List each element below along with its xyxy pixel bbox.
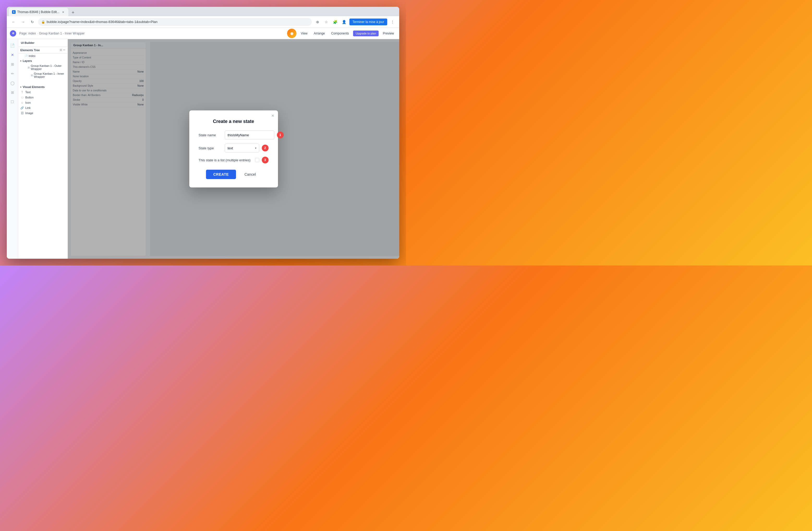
tab-close-button[interactable]: ✕ <box>61 10 65 14</box>
tab-favicon: b <box>12 10 16 14</box>
sidebar-icons: 📄 ✕ ⊞ ✏ ◯ ⊞ ☐ <box>7 39 18 259</box>
tree-section-layers[interactable]: ▸ Layers <box>18 58 68 64</box>
arrow-icon: ▸ <box>20 59 21 62</box>
menu-icon[interactable]: ⋮ <box>389 18 396 26</box>
arrange-link[interactable]: Arrange <box>311 30 327 36</box>
breadcrumb: Page: index › Group Kanban 1 - Inner Wra… <box>19 32 85 35</box>
state-name-input[interactable] <box>225 130 274 139</box>
state-type-label: State type <box>199 146 222 150</box>
edit-icon[interactable]: ✏ <box>63 48 66 52</box>
visual-item-button[interactable]: ⬭ Button <box>18 95 68 100</box>
bubble-logo-button[interactable]: ◉ <box>287 29 296 38</box>
visual-item-icon[interactable]: ☺ Icon <box>18 100 68 105</box>
state-name-row: State name 1 <box>199 130 269 139</box>
expand-icon[interactable]: ⊞ <box>60 48 62 52</box>
modal-actions: CREATE Cancel <box>199 170 269 179</box>
page-label: Page: index <box>19 32 36 35</box>
sidebar-icon-ui[interactable]: ✕ <box>8 51 17 59</box>
app-area: ⚙ Page: index › Group Kanban 1 - Inner W… <box>7 28 399 259</box>
app-body: 📄 ✕ ⊞ ✏ ◯ ⊞ ☐ UI Builder Elements Tree ⊞… <box>7 39 399 259</box>
url-bar[interactable]: 🔒 bubble.io/page?name=index&id=thomas-83… <box>38 18 312 26</box>
visual-item-text[interactable]: T Text <box>18 89 68 95</box>
profile-icon[interactable]: 👤 <box>340 18 348 26</box>
elements-tree-label: Elements Tree <box>20 48 40 52</box>
modal-title: Create a new state <box>199 119 269 124</box>
tab-title: Thomas-83646 | Bubble Edit... <box>17 10 59 14</box>
create-button[interactable]: CREATE <box>206 170 236 179</box>
ui-builder-label: UI Builder <box>21 41 34 44</box>
preview-link[interactable]: Preview <box>381 30 396 36</box>
modal-close-button[interactable]: × <box>272 113 274 118</box>
tree-item-index[interactable]: 📄 index <box>18 54 68 58</box>
star-icon[interactable]: ☆ <box>323 18 330 26</box>
sidebar-icon-box[interactable]: ☐ <box>8 98 17 106</box>
canvas-area: Group Kanban 1 - In... Appearance Type o… <box>68 39 399 259</box>
address-bar: ← → ↻ 🔒 bubble.io/page?name=index&id=tho… <box>7 16 399 28</box>
sidebar-icon-page[interactable]: 📄 <box>8 41 17 50</box>
button-icon: ⬭ <box>20 96 24 99</box>
text-type-icon: T <box>20 90 24 94</box>
topbar-actions: ◉ View Arrange Components Upgrade to pla… <box>287 29 396 38</box>
tree-item-inner[interactable]: ⊞ Group Kanban 1 - Inner Wrapper <box>18 71 68 79</box>
state-name-label: State name <box>199 133 222 137</box>
lock-icon: 🔒 <box>41 20 45 24</box>
address-actions: ⊕ ☆ 🧩 👤 Terminer la mise à jour ⋮ <box>314 18 396 26</box>
cancel-button[interactable]: Cancel <box>239 170 261 179</box>
step-2-badge: 2 <box>262 145 269 151</box>
app-topbar: ⚙ Page: index › Group Kanban 1 - Inner W… <box>7 28 399 39</box>
sidebar-icon-pencil[interactable]: ✏ <box>8 69 17 78</box>
tab-bar: b Thomas-83646 | Bubble Edit... ✕ + <box>7 7 399 16</box>
modal-dialog: × Create a new state State name 1 <box>189 110 278 187</box>
reload-button[interactable]: ↻ <box>29 18 36 26</box>
list-checkbox-row: This state is a list (multiple entries) … <box>199 157 269 164</box>
back-button[interactable]: ← <box>10 18 17 26</box>
list-checkbox[interactable] <box>255 158 259 162</box>
image-icon: 🖼 <box>20 111 24 115</box>
state-type-row: State type text number yes/no date image… <box>199 143 269 152</box>
url-text: bubble.io/page?name=index&id=thomas-8364… <box>47 20 158 24</box>
upgrade-button[interactable]: Upgrade to plan <box>353 30 379 36</box>
main-content: Group Kanban 1 - In... Appearance Type o… <box>68 39 399 259</box>
icon-icon: ☺ <box>20 101 24 104</box>
sidebar-icon-circle[interactable]: ◯ <box>8 79 17 87</box>
app-logo-icon: ⚙ <box>12 32 14 35</box>
browser-window: b Thomas-83646 | Bubble Edit... ✕ + ← → … <box>7 7 399 259</box>
visual-item-link[interactable]: 🔗 Link <box>18 105 68 110</box>
chrome-update-button[interactable]: Terminer la mise à jour <box>349 18 387 25</box>
link-icon: 🔗 <box>20 106 24 110</box>
breadcrumb-item: Group Kanban 1 - Inner Wrapper <box>39 32 85 35</box>
visual-arrow-icon: ▸ <box>20 86 21 88</box>
left-panel-header: UI Builder <box>18 39 68 47</box>
forward-button[interactable]: → <box>19 18 27 26</box>
sidebar-icon-add[interactable]: ⊞ <box>8 60 17 68</box>
group-inner-icon: ⊞ <box>31 74 33 77</box>
list-label: This state is a list (multiple entries) <box>199 158 252 162</box>
step-1-badge: 1 <box>277 131 284 138</box>
file-icon: 📄 <box>25 55 28 57</box>
bubble-icon: ◉ <box>290 31 293 36</box>
components-link[interactable]: Components <box>329 30 351 36</box>
new-tab-button[interactable]: + <box>69 9 77 16</box>
state-type-select-wrapper: text number yes/no date image file ▾ <box>225 143 259 152</box>
step-3-badge: 3 <box>262 157 269 164</box>
sidebar-icon-grid[interactable]: ⊞ <box>8 88 17 97</box>
tree-item-outer[interactable]: ⊞ Group Kanban 1 - Outer Wrapper <box>18 64 68 71</box>
extensions-icon[interactable]: 🧩 <box>332 18 339 26</box>
elements-tree-actions: ⊞ ✏ <box>60 48 66 52</box>
app-logo: ⚙ <box>10 30 16 37</box>
visual-item-image[interactable]: 🖼 Image <box>18 110 68 116</box>
modal-overlay: × Create a new state State name 1 <box>68 39 399 259</box>
group-icon: ⊞ <box>28 66 30 69</box>
state-type-select[interactable]: text number yes/no date image file <box>225 143 259 152</box>
view-link[interactable]: View <box>299 30 309 36</box>
tree-section-visual[interactable]: ▸ Visual Elements <box>18 84 68 89</box>
browser-tab[interactable]: b Thomas-83646 | Bubble Edit... ✕ <box>9 8 68 16</box>
left-panel: UI Builder Elements Tree ⊞ ✏ 📄 index ▸ <box>18 39 68 259</box>
breadcrumb-sep1: › <box>37 32 38 35</box>
translate-icon[interactable]: ⊕ <box>314 18 321 26</box>
